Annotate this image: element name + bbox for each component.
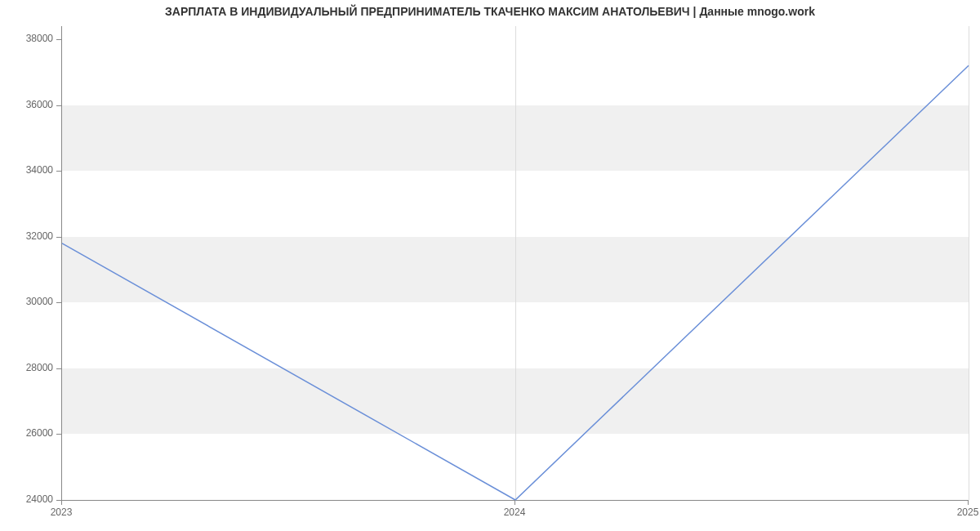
y-tick-mark xyxy=(56,302,61,303)
chart-title: ЗАРПЛАТА В ИНДИВИДУАЛЬНЫЙ ПРЕДПРИНИМАТЕЛ… xyxy=(0,5,980,18)
y-tick-mark xyxy=(56,368,61,369)
y-tick-mark xyxy=(56,237,61,238)
x-tick-label: 2023 xyxy=(37,506,86,518)
series-layer xyxy=(62,26,969,500)
x-tick-mark xyxy=(61,500,62,505)
y-tick-mark xyxy=(56,434,61,435)
y-tick-mark xyxy=(56,105,61,106)
y-tick-mark xyxy=(56,171,61,172)
x-tick-label: 2024 xyxy=(490,506,539,518)
y-tick-label: 26000 xyxy=(12,427,53,439)
y-tick-label: 38000 xyxy=(12,33,53,44)
x-tick-mark xyxy=(514,500,515,505)
y-tick-label: 30000 xyxy=(12,296,53,307)
series-line xyxy=(62,65,969,500)
y-tick-label: 28000 xyxy=(12,362,53,373)
y-tick-label: 32000 xyxy=(12,230,53,242)
x-tick-mark xyxy=(968,500,969,505)
vertical-gridline xyxy=(969,26,969,500)
y-tick-label: 24000 xyxy=(12,493,53,505)
y-tick-label: 34000 xyxy=(12,164,53,176)
y-tick-label: 36000 xyxy=(12,99,53,110)
x-tick-label: 2025 xyxy=(943,506,980,518)
y-tick-mark xyxy=(56,39,61,40)
chart-container: ЗАРПЛАТА В ИНДИВИДУАЛЬНЫЙ ПРЕДПРИНИМАТЕЛ… xyxy=(0,0,980,531)
plot-area xyxy=(61,26,969,501)
